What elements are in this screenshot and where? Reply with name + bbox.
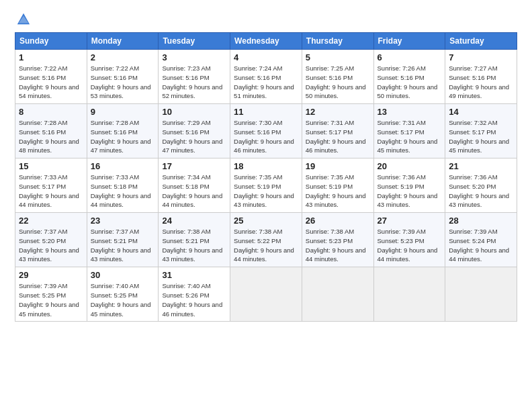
calendar-cell: 8 Sunrise: 7:28 AM Sunset: 5:16 PM Dayli… — [15, 104, 87, 158]
calendar-week-1: 1 Sunrise: 7:22 AM Sunset: 5:16 PM Dayli… — [15, 50, 517, 104]
day-info: Sunrise: 7:27 AM Sunset: 5:16 PM Dayligh… — [449, 64, 513, 101]
day-number: 30 — [91, 270, 155, 280]
weekday-header-thursday: Thursday — [302, 33, 373, 50]
calendar-cell — [302, 267, 373, 322]
day-info: Sunrise: 7:40 AM Sunset: 5:25 PM Dayligh… — [91, 281, 155, 318]
calendar-cell: 28 Sunrise: 7:39 AM Sunset: 5:24 PM Dayl… — [445, 213, 517, 267]
day-number: 11 — [234, 107, 298, 117]
svg-marker-1 — [19, 16, 29, 24]
day-info: Sunrise: 7:35 AM Sunset: 5:19 PM Dayligh… — [234, 173, 298, 210]
calendar-table: SundayMondayTuesdayWednesdayThursdayFrid… — [15, 32, 517, 322]
day-info: Sunrise: 7:29 AM Sunset: 5:16 PM Dayligh… — [162, 118, 226, 155]
calendar-cell: 30 Sunrise: 7:40 AM Sunset: 5:25 PM Dayl… — [87, 267, 159, 322]
day-number: 23 — [91, 216, 155, 226]
weekday-header-tuesday: Tuesday — [159, 33, 230, 50]
day-info: Sunrise: 7:23 AM Sunset: 5:16 PM Dayligh… — [162, 64, 226, 101]
calendar-cell: 4 Sunrise: 7:24 AM Sunset: 5:16 PM Dayli… — [230, 50, 302, 104]
calendar-cell: 20 Sunrise: 7:36 AM Sunset: 5:19 PM Dayl… — [373, 158, 445, 213]
day-number: 26 — [306, 216, 370, 226]
day-info: Sunrise: 7:22 AM Sunset: 5:16 PM Dayligh… — [19, 64, 83, 101]
calendar-cell: 22 Sunrise: 7:37 AM Sunset: 5:20 PM Dayl… — [15, 213, 87, 267]
day-number: 20 — [378, 161, 442, 171]
day-info: Sunrise: 7:28 AM Sunset: 5:16 PM Dayligh… — [19, 118, 83, 155]
day-number: 18 — [234, 161, 298, 171]
day-number: 29 — [19, 270, 83, 280]
calendar-cell: 10 Sunrise: 7:29 AM Sunset: 5:16 PM Dayl… — [159, 104, 230, 158]
calendar-cell: 23 Sunrise: 7:37 AM Sunset: 5:21 PM Dayl… — [87, 213, 159, 267]
day-number: 8 — [19, 107, 83, 117]
day-number: 24 — [162, 216, 226, 226]
calendar-cell: 24 Sunrise: 7:38 AM Sunset: 5:21 PM Dayl… — [159, 213, 230, 267]
day-info: Sunrise: 7:32 AM Sunset: 5:17 PM Dayligh… — [449, 118, 513, 155]
calendar-cell — [230, 267, 302, 322]
logo — [15, 12, 31, 27]
day-number: 2 — [91, 52, 155, 62]
day-number: 25 — [234, 216, 298, 226]
calendar-cell: 1 Sunrise: 7:22 AM Sunset: 5:16 PM Dayli… — [15, 50, 87, 104]
header — [15, 12, 517, 27]
day-number: 22 — [19, 216, 83, 226]
calendar-cell: 2 Sunrise: 7:22 AM Sunset: 5:16 PM Dayli… — [87, 50, 159, 104]
weekday-header-monday: Monday — [87, 33, 159, 50]
day-info: Sunrise: 7:38 AM Sunset: 5:21 PM Dayligh… — [162, 227, 226, 264]
calendar-cell: 13 Sunrise: 7:31 AM Sunset: 5:17 PM Dayl… — [373, 104, 445, 158]
day-info: Sunrise: 7:36 AM Sunset: 5:19 PM Dayligh… — [378, 173, 442, 210]
calendar-cell: 27 Sunrise: 7:39 AM Sunset: 5:23 PM Dayl… — [373, 213, 445, 267]
calendar-cell — [373, 267, 445, 322]
day-number: 7 — [449, 52, 513, 62]
day-info: Sunrise: 7:37 AM Sunset: 5:20 PM Dayligh… — [19, 227, 83, 264]
calendar-cell: 14 Sunrise: 7:32 AM Sunset: 5:17 PM Dayl… — [445, 104, 517, 158]
day-number: 10 — [162, 107, 226, 117]
day-info: Sunrise: 7:26 AM Sunset: 5:16 PM Dayligh… — [378, 64, 442, 101]
day-info: Sunrise: 7:33 AM Sunset: 5:17 PM Dayligh… — [19, 173, 83, 210]
calendar-cell: 5 Sunrise: 7:25 AM Sunset: 5:16 PM Dayli… — [302, 50, 373, 104]
day-number: 27 — [378, 216, 442, 226]
day-info: Sunrise: 7:37 AM Sunset: 5:21 PM Dayligh… — [91, 227, 155, 264]
day-number: 1 — [19, 52, 83, 62]
day-info: Sunrise: 7:31 AM Sunset: 5:17 PM Dayligh… — [306, 118, 370, 155]
day-number: 12 — [306, 107, 370, 117]
day-info: Sunrise: 7:39 AM Sunset: 5:24 PM Dayligh… — [449, 227, 513, 264]
day-number: 13 — [378, 107, 442, 117]
day-number: 3 — [162, 52, 226, 62]
calendar-cell: 29 Sunrise: 7:39 AM Sunset: 5:25 PM Dayl… — [15, 267, 87, 322]
calendar-cell: 31 Sunrise: 7:40 AM Sunset: 5:26 PM Dayl… — [159, 267, 230, 322]
logo-icon — [16, 12, 31, 27]
day-number: 28 — [449, 216, 513, 226]
day-info: Sunrise: 7:33 AM Sunset: 5:18 PM Dayligh… — [91, 173, 155, 210]
day-info: Sunrise: 7:34 AM Sunset: 5:18 PM Dayligh… — [162, 173, 226, 210]
day-info: Sunrise: 7:35 AM Sunset: 5:19 PM Dayligh… — [306, 173, 370, 210]
day-number: 15 — [19, 161, 83, 171]
day-number: 6 — [378, 52, 442, 62]
calendar-cell: 16 Sunrise: 7:33 AM Sunset: 5:18 PM Dayl… — [87, 158, 159, 213]
weekday-header-wednesday: Wednesday — [230, 33, 302, 50]
weekday-header-friday: Friday — [373, 33, 445, 50]
day-info: Sunrise: 7:36 AM Sunset: 5:20 PM Dayligh… — [449, 173, 513, 210]
calendar-cell: 9 Sunrise: 7:28 AM Sunset: 5:16 PM Dayli… — [87, 104, 159, 158]
day-info: Sunrise: 7:24 AM Sunset: 5:16 PM Dayligh… — [234, 64, 298, 101]
day-number: 5 — [306, 52, 370, 62]
day-number: 21 — [449, 161, 513, 171]
calendar-cell: 17 Sunrise: 7:34 AM Sunset: 5:18 PM Dayl… — [159, 158, 230, 213]
day-info: Sunrise: 7:39 AM Sunset: 5:23 PM Dayligh… — [378, 227, 442, 264]
day-info: Sunrise: 7:31 AM Sunset: 5:17 PM Dayligh… — [378, 118, 442, 155]
calendar-cell: 12 Sunrise: 7:31 AM Sunset: 5:17 PM Dayl… — [302, 104, 373, 158]
calendar-cell: 25 Sunrise: 7:38 AM Sunset: 5:22 PM Dayl… — [230, 213, 302, 267]
calendar-week-3: 15 Sunrise: 7:33 AM Sunset: 5:17 PM Dayl… — [15, 158, 517, 213]
day-number: 16 — [91, 161, 155, 171]
calendar-week-5: 29 Sunrise: 7:39 AM Sunset: 5:25 PM Dayl… — [15, 267, 517, 322]
calendar-week-4: 22 Sunrise: 7:37 AM Sunset: 5:20 PM Dayl… — [15, 213, 517, 267]
weekday-header-sunday: Sunday — [15, 33, 87, 50]
day-info: Sunrise: 7:25 AM Sunset: 5:16 PM Dayligh… — [306, 64, 370, 101]
day-info: Sunrise: 7:28 AM Sunset: 5:16 PM Dayligh… — [91, 118, 155, 155]
day-number: 19 — [306, 161, 370, 171]
calendar-page: SundayMondayTuesdayWednesdayThursdayFrid… — [0, 0, 532, 411]
day-info: Sunrise: 7:30 AM Sunset: 5:16 PM Dayligh… — [234, 118, 298, 155]
calendar-cell: 6 Sunrise: 7:26 AM Sunset: 5:16 PM Dayli… — [373, 50, 445, 104]
calendar-cell: 11 Sunrise: 7:30 AM Sunset: 5:16 PM Dayl… — [230, 104, 302, 158]
calendar-cell: 3 Sunrise: 7:23 AM Sunset: 5:16 PM Dayli… — [159, 50, 230, 104]
calendar-cell: 15 Sunrise: 7:33 AM Sunset: 5:17 PM Dayl… — [15, 158, 87, 213]
day-info: Sunrise: 7:38 AM Sunset: 5:23 PM Dayligh… — [306, 227, 370, 264]
calendar-cell — [445, 267, 517, 322]
day-info: Sunrise: 7:22 AM Sunset: 5:16 PM Dayligh… — [91, 64, 155, 101]
